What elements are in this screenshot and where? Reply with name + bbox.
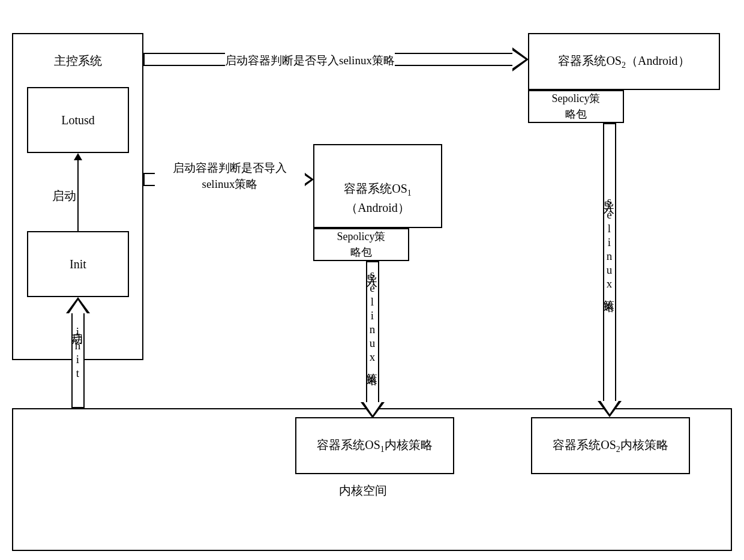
os2-kernel-policy-label: 容器系统OS2内核策略 [553,436,668,456]
init-label: Init [70,256,86,272]
os1-sepolicy-box: Sepolicy策略包 [313,228,409,261]
arrow-master-to-os2-label: 启动容器判断是否导入selinux策略 [225,53,395,69]
arrow-os1-to-kernel-label: 导入selinux策略 [365,265,378,367]
os2-title: 容器系统OS2（Android） [558,52,689,71]
os1-kernel-policy-box: 容器系统OS1内核策略 [295,417,454,474]
kernel-space-title: 内核空间 [339,482,387,499]
os1-title: 容器系统OS1（Android） [344,180,412,216]
init-to-lotusd-arrow [77,160,79,231]
init-to-lotusd-arrowhead [74,153,82,160]
os1-sepolicy-label: Sepolicy策略包 [337,229,386,259]
os1-container: 容器系统OS1（Android） [313,144,442,228]
init-box: Init [27,231,129,297]
start-label: 启动 [51,187,77,204]
lotusd-label: Lotusd [61,112,95,128]
master-system-title: 主控系统 [54,52,102,69]
os2-kernel-policy-box: 容器系统OS2内核策略 [531,417,690,474]
os2-sepolicy-label: Sepolicy策略包 [552,91,601,121]
os2-sepolicy-box: Sepolicy策略包 [528,90,624,123]
os2-container: 容器系统OS2（Android） [528,33,720,90]
os1-kernel-policy-label: 容器系统OS1内核策略 [317,436,433,456]
lotusd-box: Lotusd [27,87,129,153]
arrow-kernel-to-init-label: 启动init [71,323,83,381]
arrow-master-to-os1-label: 启动容器判断是否导入selinux策略 [155,160,305,192]
arrow-os2-to-kernel-label: 导入selinux策略 [602,192,615,294]
